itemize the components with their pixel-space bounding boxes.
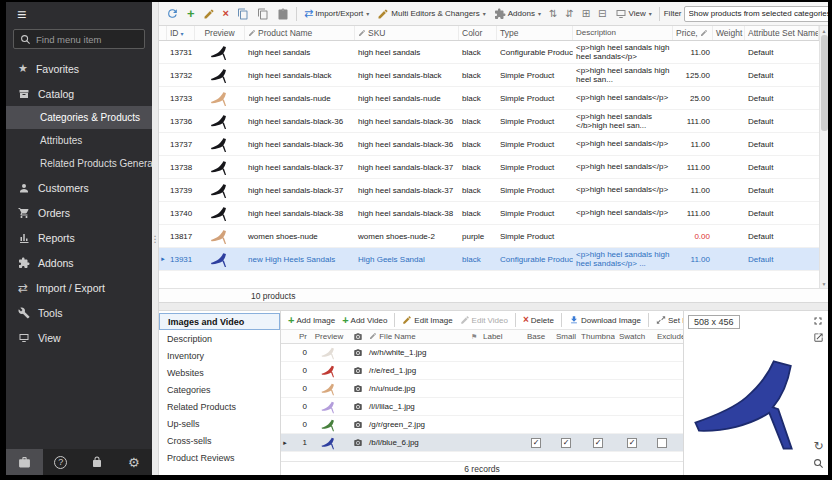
exclude-checkbox[interactable] [657, 438, 667, 448]
sort-button[interactable]: ⇵ [562, 7, 576, 21]
lock-button[interactable] [79, 449, 116, 475]
column-header-thumbnail[interactable]: Thumbna [581, 332, 615, 341]
download-image-button[interactable]: Download Image [567, 314, 643, 326]
column-header-small[interactable]: Small [551, 332, 581, 341]
collapse-all-button[interactable]: ⊟ [595, 7, 609, 21]
column-header-file-name[interactable]: File Name [367, 332, 471, 341]
store-button[interactable] [6, 449, 43, 475]
column-header-product-name[interactable]: Product Name [245, 26, 355, 40]
tab-categories[interactable]: Categories [159, 381, 280, 398]
image-row-selected[interactable]: ▸ 1 /b/l/blue_6.jpg ✓ ✓ ✓ ✓ [281, 434, 683, 452]
column-header-description[interactable]: Description [573, 26, 673, 40]
column-header-price[interactable]: Price, [673, 26, 713, 40]
product-row[interactable]: 13731 high heel sandals high heel sandal… [159, 41, 828, 64]
product-row[interactable]: 13736 high heel sandals-black-36 high he… [159, 110, 828, 133]
sidebar-item-reports[interactable]: Reports [6, 225, 152, 250]
sidebar-splitter[interactable]: ⋮ [152, 2, 159, 475]
tab-related-products[interactable]: Related Products [159, 398, 280, 415]
product-row-selected[interactable]: ▸ 13931 new High Heels Sandals High Geel… [159, 248, 828, 271]
column-header-id[interactable]: ID▾ [167, 26, 195, 40]
open-in-new-icon[interactable] [813, 332, 824, 343]
column-header-exclude[interactable]: Exclude [649, 332, 683, 341]
sidebar-item-attributes[interactable]: Attributes [6, 129, 152, 152]
column-header-color[interactable]: Color [459, 26, 497, 40]
column-header-preview[interactable]: Preview [195, 26, 245, 40]
add-video-button[interactable]: +Add Video [340, 314, 389, 327]
fullscreen-icon[interactable] [812, 315, 824, 327]
column-header-base[interactable]: Base [521, 332, 551, 341]
edit-video-button[interactable]: Edit Video [458, 314, 510, 326]
sidebar-item-view[interactable]: View [6, 325, 152, 350]
scroll-down-button[interactable]: ▼ [820, 279, 828, 288]
product-row[interactable]: 13817 women shoes-nude women shoes-nude-… [159, 225, 828, 248]
column-header-sku[interactable]: SKU [355, 26, 459, 40]
sidebar-item-tools[interactable]: Tools [6, 300, 152, 325]
tab-websites[interactable]: Websites [159, 364, 280, 381]
product-row[interactable]: 13737 high heel sandals-black-36 high he… [159, 133, 828, 156]
multi-editors-button[interactable]: Multi Editors & Changers ▾ [374, 6, 489, 22]
edit-image-button[interactable]: Edit Image [400, 314, 454, 326]
column-header-preview[interactable]: Preview [309, 332, 349, 341]
tab-inventory[interactable]: Inventory [159, 347, 280, 364]
product-row[interactable]: 13732 high heel sandals-black high heel … [159, 64, 828, 87]
delete-product-button[interactable]: × [220, 6, 232, 21]
grid-vertical-scrollbar[interactable]: ▲ ▼ [819, 26, 828, 288]
add-product-button[interactable]: + [184, 5, 198, 22]
column-header-type[interactable]: Type [497, 26, 573, 40]
filter-mode-dropdown[interactable]: Show products from selected categories ▾ [684, 6, 829, 22]
sidebar-item-favorites[interactable]: ★ Favorites [6, 56, 152, 81]
sidebar-item-categories-products[interactable]: Categories & Products [6, 106, 152, 129]
image-row[interactable]: 0 /r/e/red_1.jpg [281, 362, 683, 380]
rotate-icon[interactable]: ↻ [813, 440, 823, 452]
refresh-button[interactable] [163, 5, 182, 22]
image-row[interactable]: 0 /g/r/green_2.jpg [281, 416, 683, 434]
help-button[interactable]: ? [43, 449, 80, 475]
set-resize-rule-button[interactable]: Set Resize Rule [654, 314, 683, 326]
sidebar-item-related-products-generator[interactable]: Related Products Generator [6, 152, 152, 175]
import-export-button[interactable]: ⇄ Import/Export ▾ [301, 6, 372, 21]
add-image-button[interactable]: +Add Image [286, 314, 337, 327]
scroll-up-button[interactable]: ▲ [820, 26, 828, 35]
sidebar-item-catalog[interactable]: Catalog [6, 81, 152, 106]
product-row[interactable]: 13739 high heel sandals-black-37 high he… [159, 179, 828, 202]
view-button[interactable]: View ▾ [612, 6, 655, 22]
image-row[interactable]: 0 /n/u/nude.jpg [281, 380, 683, 398]
addons-button[interactable]: Addons ▾ [491, 6, 544, 22]
image-row[interactable]: 0 /w/h/white_1.jpg [281, 344, 683, 362]
small-checkbox[interactable]: ✓ [561, 438, 571, 448]
sidebar-item-orders[interactable]: Orders [6, 200, 152, 225]
duplicate-button[interactable] [254, 6, 272, 22]
base-checkbox[interactable]: ✓ [531, 438, 541, 448]
sidebar-item-import-export[interactable]: ⇄ Import / Export [6, 275, 152, 300]
product-row[interactable]: 13740 high heel sandals-black-38 high he… [159, 202, 828, 225]
sidebar-item-customers[interactable]: Customers [6, 175, 152, 200]
clear-sorting-button[interactable]: ⇅ [546, 7, 560, 21]
delete-image-button[interactable]: ×Delete [521, 314, 556, 326]
sidebar-item-addons[interactable]: Addons [6, 250, 152, 275]
tab-product-reviews[interactable]: Product Reviews [159, 449, 280, 466]
column-header-label[interactable]: Label [481, 332, 521, 341]
hamburger-menu-icon[interactable]: ≡ [17, 7, 26, 23]
paste-button[interactable] [274, 6, 292, 22]
zoom-icon[interactable] [813, 458, 824, 469]
thumbnail-checkbox[interactable]: ✓ [593, 438, 603, 448]
column-header-swatch[interactable]: Swatch [615, 332, 649, 341]
tab-up-sells[interactable]: Up-sells [159, 415, 280, 432]
image-row[interactable]: 0 /l/i/lilac_1.jpg [281, 398, 683, 416]
column-header-weight[interactable]: Weight [713, 26, 745, 40]
column-header-pr[interactable]: Pr [289, 332, 309, 341]
scrollbar-thumb[interactable] [821, 35, 828, 131]
product-row[interactable]: 13733 high heel sandals-nude high heel s… [159, 87, 828, 110]
column-header-attribute-set[interactable]: Attribute Set Name [745, 26, 819, 40]
horizontal-splitter[interactable] [159, 303, 828, 311]
product-row[interactable]: 13738 high heel sandals-black-37 high he… [159, 156, 828, 179]
copy-button[interactable] [234, 6, 252, 22]
tab-description[interactable]: Description [159, 330, 280, 347]
expand-all-button[interactable]: ⊞ [579, 7, 593, 21]
tab-cross-sells[interactable]: Cross-sells [159, 432, 280, 449]
swatch-checkbox[interactable]: ✓ [627, 438, 637, 448]
sidebar-search-input[interactable]: Find menu item [13, 29, 145, 49]
edit-product-button[interactable] [200, 6, 218, 22]
tab-images-and-video[interactable]: Images and Video [159, 313, 280, 330]
settings-button[interactable]: ⚙ [116, 449, 153, 475]
